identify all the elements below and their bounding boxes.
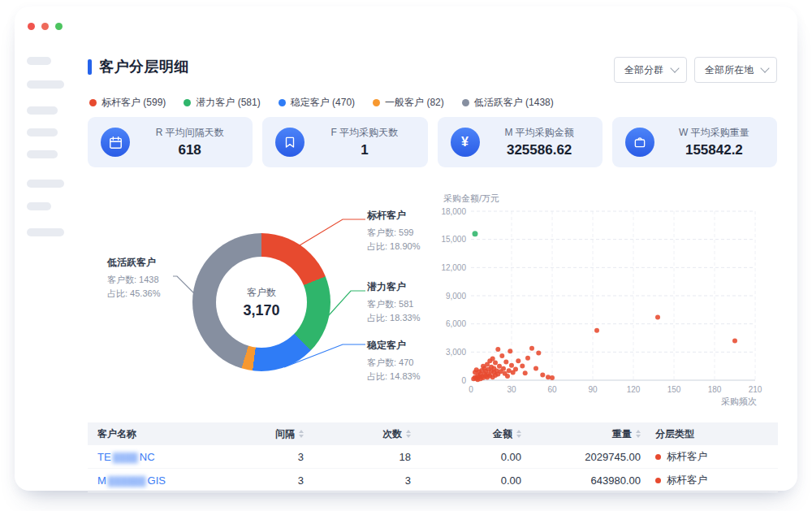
legend-dot (279, 99, 286, 106)
kpi-label: F 平均采购天数 (314, 126, 414, 140)
count-cell: 18 (309, 445, 416, 469)
tier-cell: 标杆客户 (646, 445, 778, 469)
amount-cell: 0.00 (416, 445, 526, 469)
scatter-chart: 030609012015018021003,0006,0009,00012,00… (434, 192, 775, 409)
column-header-name: 客户名称 (88, 422, 203, 445)
location-filter-select[interactable]: 全部所在地 (694, 57, 777, 83)
maximize-button[interactable] (55, 23, 63, 30)
kpi-card-interval: R 平均间隔天数 618 (88, 117, 253, 167)
count-cell: 3 (309, 469, 416, 492)
location-filter-value: 全部所在地 (705, 63, 754, 77)
window-controls (28, 23, 63, 30)
page-header: 客户分层明细 (88, 57, 189, 76)
donut-center-label: 客户数 (247, 286, 276, 300)
svg-text:60: 60 (547, 385, 557, 394)
filter-bar: 全部分群 全部所在地 (614, 57, 777, 83)
close-button[interactable] (28, 23, 35, 30)
legend-item-inactive[interactable]: 低活跃客户 (1438) (462, 96, 554, 110)
legend-dot (462, 99, 469, 106)
interval-cell: 3 (203, 469, 309, 492)
column-header-amount[interactable]: 金额 (416, 422, 526, 445)
chevron-down-icon (670, 63, 679, 72)
sort-icon[interactable] (406, 430, 411, 438)
svg-text:3,000: 3,000 (446, 348, 466, 357)
table-row: M██████GIS 3 3 0.00 643980.00 标杆客户 (88, 469, 778, 492)
column-header-count[interactable]: 次数 (309, 422, 416, 445)
sort-icon[interactable] (299, 430, 304, 438)
legend-label: 潜力客户 (581) (196, 96, 260, 110)
svg-text:0: 0 (469, 385, 473, 394)
donut-center: 客户数 3,170 (216, 257, 307, 348)
kpi-value: 1 (314, 142, 414, 158)
svg-text:150: 150 (667, 385, 681, 394)
donut-chart: 客户数 3,170 (192, 233, 330, 371)
amount-cell: 0.00 (416, 469, 526, 492)
group-filter-select[interactable]: 全部分群 (614, 57, 687, 83)
legend-label: 低活跃客户 (1438) (474, 96, 554, 110)
kpi-value: 618 (140, 142, 240, 158)
column-header-weight[interactable]: 重量 (526, 422, 646, 445)
svg-text:210: 210 (749, 385, 762, 394)
legend-label: 一般客户 (82) (385, 96, 444, 110)
customer-name-link[interactable]: TE████NC (97, 451, 155, 463)
svg-text:6,000: 6,000 (446, 319, 466, 328)
chevron-down-icon (760, 63, 769, 72)
weight-cell: 2029745.00 (526, 445, 646, 469)
money-icon: ¥ (451, 128, 480, 157)
svg-text:9,000: 9,000 (446, 292, 466, 301)
customer-name-link[interactable]: M██████GIS (97, 474, 166, 487)
legend-item-stable[interactable]: 稳定客户 (470) (279, 96, 355, 110)
customer-name-cell: TE████NC (88, 445, 203, 469)
svg-text:15,000: 15,000 (441, 235, 466, 244)
legend-dot (89, 99, 97, 106)
legend-item-regular[interactable]: 一般客户 (82) (373, 96, 444, 110)
tier-dot (655, 454, 661, 460)
kpi-card-weight: W 平均采购重量 155842.2 (612, 117, 777, 167)
sidebar-skeleton-bar (27, 228, 64, 236)
sort-icon[interactable] (636, 430, 641, 438)
kpi-value: 155842.2 (664, 142, 764, 158)
kpi-card-frequency: F 平均采购天数 1 (262, 117, 427, 167)
legend-dot (184, 99, 191, 106)
customer-table: 客户名称 间隔 次数 金额 重量 (88, 422, 778, 492)
svg-text:180: 180 (708, 385, 722, 394)
column-header-interval[interactable]: 间隔 (203, 422, 309, 445)
legend-label: 标杆客户 (599) (102, 96, 166, 110)
legend-item-potential[interactable]: 潜力客户 (581) (184, 96, 260, 110)
sort-icon[interactable] (516, 430, 521, 438)
sidebar-skeleton-bar (27, 150, 58, 158)
svg-text:18,000: 18,000 (441, 207, 466, 216)
kpi-row: R 平均间隔天数 618 F 平均采购天数 1 ¥ M 平均采购金额 32558… (88, 117, 777, 167)
app-window: 客户分层明细 全部分群 全部所在地 标杆客户 (599) 潜力客户 (581) … (15, 6, 797, 491)
legend-item-benchmark[interactable]: 标杆客户 (599) (89, 96, 166, 110)
calendar-icon (101, 128, 130, 157)
sidebar-skeleton-bar (27, 180, 64, 188)
tier-dot (655, 478, 661, 483)
minimize-button[interactable] (41, 23, 49, 30)
svg-text:120: 120 (627, 385, 641, 394)
table-row: TE████NC 3 18 0.00 2029745.00 标杆客户 (88, 445, 778, 469)
sidebar-skeleton-bar (27, 57, 51, 65)
kpi-card-amount: ¥ M 平均采购金额 325586.62 (438, 117, 603, 167)
title-accent-bar (88, 59, 92, 75)
legend-label: 稳定客户 (470) (291, 96, 355, 110)
weight-cell: 643980.00 (526, 469, 646, 492)
svg-text:12,000: 12,000 (441, 263, 466, 272)
sidebar-skeleton-bar (27, 80, 64, 89)
kpi-label: W 平均采购重量 (664, 126, 764, 140)
svg-text:0: 0 (461, 376, 466, 385)
svg-text:采购金额/万元: 采购金额/万元 (443, 193, 499, 203)
customer-name-cell: M██████GIS (88, 469, 203, 492)
tier-cell: 标杆客户 (646, 469, 778, 492)
svg-text:90: 90 (588, 385, 598, 394)
group-filter-value: 全部分群 (624, 63, 663, 77)
sidebar-skeleton-bar (27, 128, 58, 136)
svg-text:采购频次: 采购频次 (721, 396, 757, 406)
segment-legend: 标杆客户 (599) 潜力客户 (581) 稳定客户 (470) 一般客户 (8… (89, 96, 554, 110)
page-title: 客户分层明细 (99, 57, 189, 76)
kpi-label: M 平均采购金额 (490, 126, 590, 140)
column-header-tier: 分层类型 (646, 422, 778, 445)
donut-chart-panel: 客户数 3,170 标杆客户 客户数: 599 占比: 18.90% 潜力客户 … (81, 189, 471, 425)
callout-inactive: 低活跃客户 客户数: 1438 占比: 45.36% (107, 256, 214, 301)
sidebar-skeleton-bar (27, 202, 51, 210)
